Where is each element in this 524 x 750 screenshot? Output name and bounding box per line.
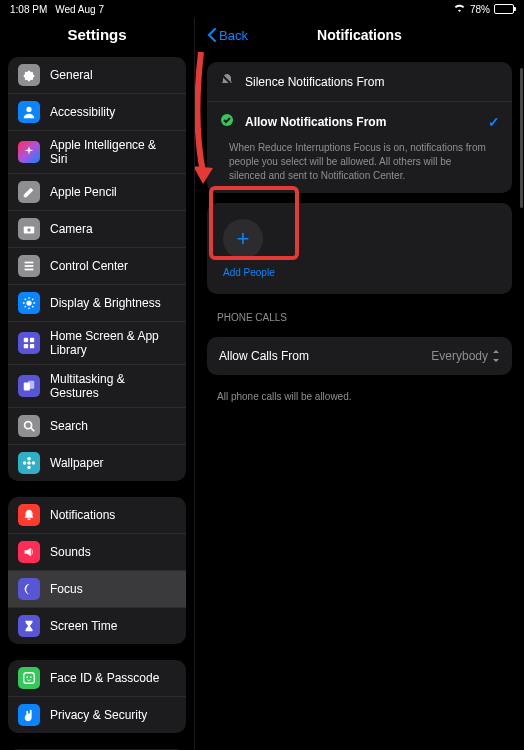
sidebar-item-screen-time[interactable]: Screen Time xyxy=(8,608,186,644)
svg-rect-9 xyxy=(24,344,28,348)
sidebar-item-focus[interactable]: Focus xyxy=(8,571,186,608)
check-icon: ✓ xyxy=(488,114,500,130)
svg-rect-7 xyxy=(24,338,28,342)
sidebar-item-accessibility[interactable]: Accessibility xyxy=(8,94,186,131)
sidebar-title: Settings xyxy=(0,18,194,57)
flower-icon xyxy=(18,452,40,474)
svg-rect-10 xyxy=(30,344,34,348)
svg-rect-3 xyxy=(25,262,34,264)
svg-rect-8 xyxy=(30,338,34,342)
sidebar-item-label: Multitasking & Gestures xyxy=(50,372,176,400)
sidebar-item-search[interactable]: Search xyxy=(8,408,186,445)
sparkle-icon xyxy=(18,141,40,163)
sun-icon xyxy=(18,292,40,314)
sidebar-item-label: Accessibility xyxy=(50,105,115,119)
gear-icon xyxy=(18,64,40,86)
sidebar-item-notifications[interactable]: Notifications xyxy=(8,497,186,534)
svg-point-13 xyxy=(25,422,32,429)
settings-sidebar: Settings GeneralAccessibilityApple Intel… xyxy=(0,18,195,750)
sidebar-item-label: Face ID & Passcode xyxy=(50,671,159,685)
search-icon xyxy=(18,415,40,437)
sidebar-item-control-center[interactable]: Control Center xyxy=(8,248,186,285)
back-label: Back xyxy=(219,28,248,43)
sidebar-item-label: Display & Brightness xyxy=(50,296,161,310)
phone-calls-header: PHONE CALLS xyxy=(195,304,524,327)
sidebar-item-label: General xyxy=(50,68,93,82)
sidebar-item-label: Sounds xyxy=(50,545,91,559)
sidebar-item-general[interactable]: General xyxy=(8,57,186,94)
detail-title: Notifications xyxy=(317,27,402,43)
sidebar-item-label: Apple Pencil xyxy=(50,185,117,199)
sidebar-item-faceid[interactable]: Face ID & Passcode xyxy=(8,660,186,697)
svg-point-14 xyxy=(27,461,31,465)
sidebar-item-apple-intelligence[interactable]: Apple Intelligence & Siri xyxy=(8,131,186,174)
sidebar-item-privacy[interactable]: Privacy & Security xyxy=(8,697,186,733)
sliders-icon xyxy=(18,255,40,277)
svg-point-17 xyxy=(23,461,27,465)
svg-point-15 xyxy=(27,457,31,461)
moon-icon xyxy=(18,578,40,600)
sidebar-item-label: Focus xyxy=(50,582,83,596)
speaker-icon xyxy=(18,541,40,563)
sidebar-item-apple-pencil[interactable]: Apple Pencil xyxy=(8,174,186,211)
sidebar-item-label: Camera xyxy=(50,222,93,236)
svg-point-18 xyxy=(32,461,36,465)
pencil-icon xyxy=(18,181,40,203)
option-label: Silence Notifications From xyxy=(245,75,384,89)
notification-mode-section: Silence Notifications FromAllow Notifica… xyxy=(207,62,512,193)
svg-point-6 xyxy=(26,300,31,305)
svg-rect-19 xyxy=(24,673,35,684)
sidebar-item-label: Home Screen & App Library xyxy=(50,329,176,357)
allow-calls-row[interactable]: Allow Calls From Everybody xyxy=(207,337,512,375)
sidebar-item-label: Privacy & Security xyxy=(50,708,147,722)
add-people-label: Add People xyxy=(223,267,496,278)
sidebar-item-label: Search xyxy=(50,419,88,433)
svg-point-2 xyxy=(27,228,31,232)
svg-rect-12 xyxy=(28,381,34,389)
svg-point-0 xyxy=(26,107,31,112)
wifi-icon xyxy=(453,3,466,15)
status-bar: 1:08 PM Wed Aug 7 78% xyxy=(0,0,524,18)
detail-header: Back Notifications xyxy=(195,18,524,52)
sidebar-item-wallpaper[interactable]: Wallpaper xyxy=(8,445,186,481)
calls-footnote: All phone calls will be allowed. xyxy=(195,385,524,408)
sidebar-item-display[interactable]: Display & Brightness xyxy=(8,285,186,322)
sidebar-item-home-screen[interactable]: Home Screen & App Library xyxy=(8,322,186,365)
sidebar-item-label: Screen Time xyxy=(50,619,117,633)
svg-point-21 xyxy=(30,676,32,678)
squares-icon xyxy=(18,375,40,397)
status-time: 1:08 PM xyxy=(10,4,47,15)
sidebar-item-label: Apple Intelligence & Siri xyxy=(50,138,176,166)
check-badge-icon xyxy=(219,112,235,131)
status-date: Wed Aug 7 xyxy=(55,4,104,15)
sidebar-item-sounds[interactable]: Sounds xyxy=(8,534,186,571)
camera-icon xyxy=(18,218,40,240)
plus-icon: + xyxy=(237,226,250,252)
hand-icon xyxy=(18,704,40,726)
back-button[interactable]: Back xyxy=(207,28,248,43)
hourglass-icon xyxy=(18,615,40,637)
svg-rect-4 xyxy=(25,265,34,267)
add-people-section: + Add People xyxy=(207,203,512,294)
option-label: Allow Notifications From xyxy=(245,115,386,129)
battery-pct: 78% xyxy=(470,4,490,15)
bell-slash-icon xyxy=(219,72,235,91)
svg-rect-5 xyxy=(25,269,34,271)
scrollbar[interactable] xyxy=(520,68,523,208)
face-icon xyxy=(18,667,40,689)
allow-calls-label: Allow Calls From xyxy=(219,349,309,363)
mode-description: When Reduce Interruptions Focus is on, n… xyxy=(207,141,512,193)
detail-pane: Back Notifications Silence Notifications… xyxy=(195,18,524,750)
grid-icon xyxy=(18,332,40,354)
bell-icon xyxy=(18,504,40,526)
sidebar-item-camera[interactable]: Camera xyxy=(8,211,186,248)
add-people-button[interactable]: + xyxy=(223,219,263,259)
option-silence[interactable]: Silence Notifications From xyxy=(207,62,512,102)
allow-calls-section: Allow Calls From Everybody xyxy=(207,337,512,375)
option-allow[interactable]: Allow Notifications From✓ xyxy=(207,102,512,141)
sidebar-item-multitasking[interactable]: Multitasking & Gestures xyxy=(8,365,186,408)
battery-icon xyxy=(494,4,514,14)
sidebar-item-label: Wallpaper xyxy=(50,456,104,470)
svg-point-16 xyxy=(27,466,31,470)
sidebar-item-label: Control Center xyxy=(50,259,128,273)
